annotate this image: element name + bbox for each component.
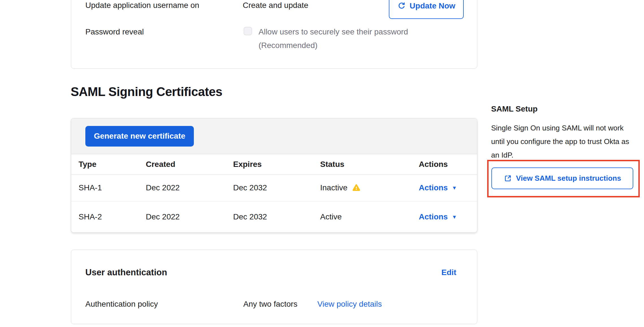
saml-setup-title: SAML Setup xyxy=(491,104,537,114)
warning-icon xyxy=(352,184,361,192)
view-saml-setup-instructions-button[interactable]: View SAML setup instructions xyxy=(491,167,633,189)
external-link-icon xyxy=(504,174,512,183)
cert-created: Dec 2022 xyxy=(138,183,226,192)
user-authentication-title: User authentication xyxy=(85,267,167,278)
cert-type: SHA-1 xyxy=(71,183,138,192)
update-now-label: Update Now xyxy=(410,1,456,10)
saml-certificates-panel: Generate new certificate Type Created Ex… xyxy=(71,118,477,233)
status-text: Active xyxy=(320,212,342,221)
generate-certificate-button[interactable]: Generate new certificate xyxy=(85,126,194,147)
app-settings-panel: Update application username on Create an… xyxy=(71,0,477,69)
certificates-toolbar: Generate new certificate xyxy=(71,118,477,154)
password-reveal-description-line2: (Recommended) xyxy=(259,41,318,50)
certificates-table-header: Type Created Expires Status Actions xyxy=(71,154,477,175)
password-reveal-description-line1: Allow users to securely see their passwo… xyxy=(259,27,408,36)
edit-link[interactable]: Edit xyxy=(441,268,456,277)
cert-actions: Actions ▾ xyxy=(411,212,477,221)
page-title: SAML Signing Certificates xyxy=(71,85,222,99)
cert-status: Inactive xyxy=(313,183,411,192)
cert-expires: Dec 2032 xyxy=(226,212,313,221)
actions-dropdown[interactable]: Actions xyxy=(419,212,448,221)
status-text: Inactive xyxy=(320,183,348,192)
column-header-created: Created xyxy=(138,160,226,169)
refresh-icon xyxy=(397,2,406,10)
username-update-value: Create and update xyxy=(243,1,308,10)
actions-dropdown[interactable]: Actions xyxy=(419,183,448,192)
saml-setup-description: Single Sign On using SAML will not work … xyxy=(491,121,638,162)
column-header-actions: Actions xyxy=(411,160,477,169)
password-reveal-checkbox[interactable] xyxy=(244,27,252,35)
user-authentication-panel: User authentication Edit Authentication … xyxy=(71,250,477,324)
table-row-sha1: SHA-1 Dec 2022 Dec 2032 Inactive Actions… xyxy=(71,175,477,201)
password-reveal-label: Password reveal xyxy=(85,27,144,36)
update-now-button[interactable]: Update Now xyxy=(389,0,464,19)
column-header-type: Type xyxy=(71,160,138,169)
authentication-policy-label: Authentication policy xyxy=(85,300,158,309)
authentication-policy-value: Any two factors xyxy=(243,300,297,309)
column-header-expires: Expires xyxy=(226,160,313,169)
cert-expires: Dec 2032 xyxy=(226,183,313,192)
view-policy-details-link[interactable]: View policy details xyxy=(317,300,382,309)
column-header-status: Status xyxy=(313,160,411,169)
cert-type: SHA-2 xyxy=(71,212,138,221)
cert-actions: Actions ▾ xyxy=(411,183,477,192)
cert-status: Active xyxy=(313,212,411,221)
caret-down-icon[interactable]: ▾ xyxy=(453,213,456,220)
view-saml-setup-instructions-label: View SAML setup instructions xyxy=(516,174,621,183)
cert-created: Dec 2022 xyxy=(138,212,226,221)
username-update-label: Update application username on xyxy=(85,1,199,10)
table-row-sha2: SHA-2 Dec 2022 Dec 2032 Active Actions ▾ xyxy=(71,201,477,232)
caret-down-icon[interactable]: ▾ xyxy=(453,184,456,191)
page: Update application username on Create an… xyxy=(0,0,644,327)
